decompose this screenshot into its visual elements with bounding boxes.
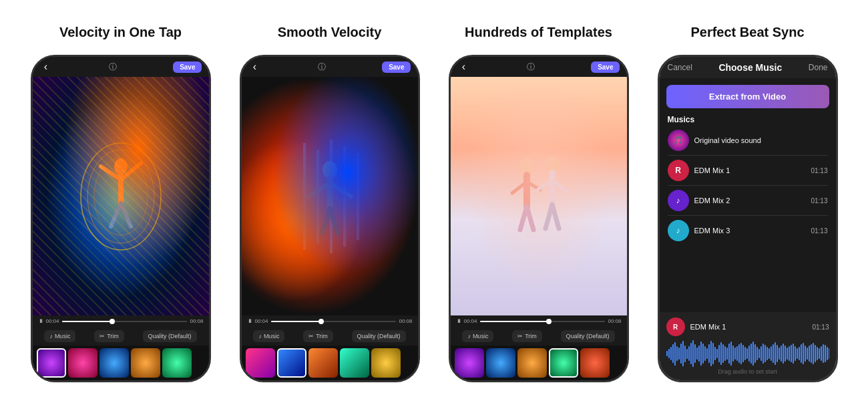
svg-rect-13 bbox=[357, 153, 359, 240]
music-item-orig[interactable]: 🎵 Original video sound bbox=[660, 126, 836, 155]
waveform-bar bbox=[785, 346, 786, 362]
panel-templates: Hundreds of Templates ‹ ⓘ Save bbox=[437, 15, 640, 382]
waveform-bar bbox=[736, 346, 738, 361]
music-item-edm2[interactable]: ♪ EDM Mix 2 01:13 bbox=[660, 186, 836, 215]
playback-avatar: R bbox=[666, 317, 685, 336]
thumb-1-4[interactable] bbox=[131, 348, 160, 378]
trim-btn-1[interactable]: ✂ Trim bbox=[94, 330, 124, 342]
avatar-edm2: ♪ bbox=[668, 190, 689, 211]
waveform-bar bbox=[821, 346, 822, 361]
music-item-edm3[interactable]: ♪ EDM Mix 3 01:13 bbox=[660, 216, 836, 245]
thumbnail-strip-1 bbox=[33, 346, 209, 380]
quality-btn-3[interactable]: Quality (Default) bbox=[561, 330, 615, 342]
waveform[interactable] bbox=[666, 340, 829, 367]
thumb-2-5[interactable] bbox=[371, 348, 401, 378]
waveform-bar bbox=[694, 344, 696, 363]
quality-btn-1[interactable]: Quality (Default) bbox=[143, 330, 197, 342]
waveform-bar bbox=[797, 348, 798, 359]
svg-line-22 bbox=[512, 182, 527, 193]
thumb-2-1[interactable] bbox=[246, 348, 275, 378]
waveform-bar bbox=[789, 346, 790, 361]
save-button-1[interactable]: Save bbox=[173, 61, 202, 73]
waveform-bar bbox=[676, 346, 678, 361]
waveform-bar bbox=[813, 343, 814, 364]
timeline-thumb-3[interactable] bbox=[546, 319, 552, 324]
thumb-2-3[interactable] bbox=[308, 348, 338, 378]
timeline-thumb-2[interactable] bbox=[318, 319, 324, 324]
thumb-1-2[interactable] bbox=[68, 348, 97, 378]
avatar-edm2-initial: ♪ bbox=[676, 196, 680, 205]
time-start-2: 00:04 bbox=[255, 318, 268, 324]
back-button-2[interactable]: ‹ bbox=[248, 61, 262, 73]
waveform-bar bbox=[696, 348, 698, 360]
svg-point-26 bbox=[545, 156, 560, 173]
waveform-bar bbox=[827, 347, 828, 360]
cancel-button[interactable]: Cancel bbox=[668, 63, 692, 72]
music-name-orig: Original video sound bbox=[694, 136, 828, 144]
info-button-2[interactable]: ⓘ bbox=[318, 61, 326, 73]
info-button-3[interactable]: ⓘ bbox=[527, 61, 535, 73]
waveform-bar bbox=[754, 344, 756, 363]
spacer bbox=[660, 245, 836, 312]
music-chooser: Cancel Choose Music Done Extract from Vi… bbox=[660, 57, 836, 380]
svg-rect-11 bbox=[330, 140, 333, 253]
timeline-bar-2[interactable] bbox=[271, 321, 397, 322]
timeline-fill-3 bbox=[480, 321, 549, 322]
svg-point-3 bbox=[114, 158, 128, 174]
info-button-1[interactable]: ⓘ bbox=[109, 61, 117, 73]
waveform-bar bbox=[680, 344, 682, 364]
waveform-bar bbox=[700, 342, 702, 366]
video-placeholder-3 bbox=[451, 77, 627, 315]
waveform-bar bbox=[728, 344, 730, 364]
timeline-bar-1[interactable] bbox=[62, 321, 188, 322]
save-button-2[interactable]: Save bbox=[382, 61, 411, 73]
thumb-3-5[interactable] bbox=[580, 348, 610, 378]
thumb-3-3[interactable] bbox=[517, 348, 547, 378]
timeline-thumb-1[interactable] bbox=[110, 319, 115, 324]
thumb-2-2[interactable] bbox=[277, 348, 306, 378]
thumb-3-1[interactable] bbox=[455, 348, 484, 378]
waveform-bar bbox=[791, 345, 792, 362]
music-btn-3[interactable]: ♪ Music bbox=[462, 330, 493, 342]
music-item-edm1[interactable]: R EDM Mix 1 01:13 bbox=[660, 156, 836, 185]
music-info-edm1: EDM Mix 1 bbox=[694, 166, 806, 174]
quality-btn-2[interactable]: Quality (Default) bbox=[352, 330, 406, 342]
trim-btn-2[interactable]: ✂ Trim bbox=[303, 330, 333, 342]
back-button-3[interactable]: ‹ bbox=[457, 61, 471, 73]
thumb-1-5[interactable] bbox=[162, 348, 192, 378]
waveform-bar bbox=[702, 344, 704, 364]
waveform-bar bbox=[775, 342, 776, 365]
waveform-bar bbox=[722, 344, 724, 363]
music-icon-3: ♪ bbox=[467, 333, 471, 340]
thumb-3-2[interactable] bbox=[486, 348, 515, 378]
done-button[interactable]: Done bbox=[809, 63, 828, 72]
trim-btn-3[interactable]: ✂ Trim bbox=[512, 330, 542, 342]
svg-line-28 bbox=[537, 180, 552, 190]
waveform-bar bbox=[811, 344, 812, 363]
waveform-bar bbox=[704, 346, 706, 361]
svg-line-18 bbox=[322, 209, 330, 233]
thumb-1-1[interactable] bbox=[37, 348, 66, 378]
thumb-1-3[interactable] bbox=[99, 348, 129, 378]
music-label-2: Music bbox=[264, 333, 280, 340]
avatar-orig-icon: 🎵 bbox=[673, 136, 683, 145]
music-btn-2[interactable]: ♪ Music bbox=[253, 330, 284, 342]
thumb-3-4[interactable] bbox=[549, 348, 578, 378]
extract-from-video-button[interactable]: Extract from Video bbox=[666, 85, 829, 108]
waveform-bar bbox=[744, 347, 746, 360]
playback-name: EDM Mix 1 bbox=[690, 323, 807, 331]
pause-icon-1[interactable]: ⏸ bbox=[38, 318, 43, 324]
music-btn-1[interactable]: ♪ Music bbox=[44, 330, 75, 342]
timeline-bar-3[interactable] bbox=[480, 321, 606, 322]
music-icon-2: ♪ bbox=[258, 333, 262, 340]
timeline-fill-1 bbox=[62, 321, 112, 322]
pause-icon-3[interactable]: ⏸ bbox=[456, 318, 461, 324]
svg-rect-12 bbox=[343, 146, 346, 247]
waveform-bar bbox=[769, 348, 770, 359]
thumbnail-strip-2 bbox=[242, 346, 418, 380]
save-button-3[interactable]: Save bbox=[591, 61, 620, 73]
pause-icon-2[interactable]: ⏸ bbox=[247, 318, 252, 324]
thumb-2-4[interactable] bbox=[340, 348, 369, 378]
back-button-1[interactable]: ‹ bbox=[39, 61, 53, 73]
music-label-3: Music bbox=[473, 333, 489, 340]
